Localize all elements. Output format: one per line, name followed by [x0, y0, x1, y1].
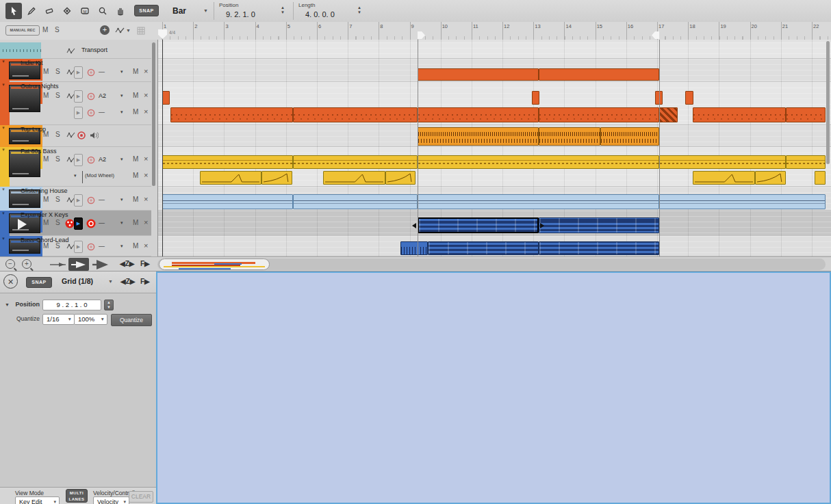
lane-target-value[interactable]: A2: [99, 156, 118, 163]
automation-dropdown-icon[interactable]: ▼: [126, 28, 131, 33]
snap-grid-dropdown-icon[interactable]: ▼: [203, 8, 208, 13]
position-value[interactable]: 9. 2. 1. 0: [226, 10, 255, 18]
clip[interactable]: [162, 91, 170, 105]
editor-grid-dropdown-icon[interactable]: ▼: [108, 279, 113, 284]
clip[interactable]: [293, 155, 418, 169]
arrangement-vscroll-thumb[interactable]: [826, 41, 830, 164]
position-field[interactable]: 9 . 2 . 1 . 0: [42, 300, 101, 310]
clip[interactable]: [755, 171, 786, 185]
manual-rec-button[interactable]: MANUAL REC: [5, 25, 40, 36]
record-enable-icon[interactable]: [77, 131, 86, 140]
sub-lane-mute-button[interactable]: M: [133, 172, 138, 179]
clip[interactable]: [200, 171, 261, 185]
track-solo-button[interactable]: S: [55, 92, 60, 99]
arrangement-ruler[interactable]: 123456789101112131415161718192021224/4: [157, 22, 831, 40]
clip[interactable]: [418, 127, 539, 146]
lane-target-value[interactable]: A2: [99, 92, 118, 99]
track-row-glistening-house[interactable]: ▼Glistening HouseMS▶—▾M×: [0, 187, 151, 211]
folder-arrow-icon[interactable]: ▼: [1, 126, 5, 130]
clip[interactable]: [418, 68, 539, 81]
clip[interactable]: [659, 107, 678, 122]
track-row-indie-kit[interactable]: ▼Indie KitMS▶—▾M×: [0, 59, 151, 82]
lane-delete-button[interactable]: ×: [144, 67, 148, 75]
folder-arrow-icon[interactable]: ▼: [1, 83, 5, 87]
clip[interactable]: [385, 171, 416, 185]
hand-tool[interactable]: [112, 3, 129, 19]
clip[interactable]: [428, 241, 539, 255]
track-mute-button[interactable]: M: [43, 219, 49, 226]
lane-play-button[interactable]: ▶: [74, 241, 83, 253]
clip-left-handle[interactable]: [412, 223, 416, 228]
position-stepper[interactable]: ▲▼: [104, 300, 114, 310]
lane-delete-button[interactable]: ×: [144, 91, 148, 99]
length-stepper[interactable]: ▲▼: [356, 5, 363, 15]
eraser-tool[interactable]: [41, 3, 57, 19]
lane-play-button[interactable]: ▶: [74, 107, 83, 119]
clip[interactable]: [659, 194, 826, 209]
follow-button[interactable]: F▶: [140, 260, 150, 267]
clip[interactable]: [815, 171, 826, 185]
lane-target-value[interactable]: —: [99, 220, 118, 226]
quantize-strength-select[interactable]: 100%▼: [74, 314, 107, 325]
clear-button[interactable]: CLEAR: [129, 491, 153, 503]
track-solo-button[interactable]: S: [55, 68, 60, 75]
lane-target-value[interactable]: —: [99, 109, 118, 116]
lane-play-button[interactable]: ▶: [74, 90, 83, 103]
lane-delete-button[interactable]: ×: [144, 241, 148, 250]
zoom-out-icon[interactable]: −: [5, 259, 15, 269]
automation-icon[interactable]: [115, 27, 125, 34]
zoom-in-icon[interactable]: +: [22, 259, 31, 269]
loop-right-marker[interactable]: [652, 31, 659, 39]
lane-play-button[interactable]: ▶: [74, 66, 83, 79]
lane-mute-button[interactable]: M: [133, 108, 138, 116]
lane-dropdown-icon[interactable]: ▾: [120, 220, 123, 226]
track-solo-button[interactable]: S: [55, 131, 60, 138]
track-height-large-button[interactable]: [92, 259, 111, 270]
track-mute-button[interactable]: M: [43, 68, 49, 75]
track-height-medium-button[interactable]: [68, 258, 89, 271]
clip[interactable]: [693, 107, 786, 122]
record-enable-icon[interactable]: [87, 68, 95, 77]
clip[interactable]: [685, 91, 693, 105]
master-mute-button[interactable]: M: [42, 26, 48, 34]
track-mute-button[interactable]: M: [43, 196, 49, 203]
arrangement-area[interactable]: [157, 40, 831, 256]
record-enable-icon[interactable]: [87, 196, 95, 204]
lane-delete-button[interactable]: ×: [144, 107, 148, 116]
grid-view-icon[interactable]: [137, 27, 145, 35]
track-mute-button[interactable]: M: [43, 242, 49, 250]
lane-dropdown-icon[interactable]: ▾: [120, 157, 123, 162]
folder-arrow-icon[interactable]: ▼: [1, 237, 5, 241]
lane-delete-button[interactable]: ×: [144, 155, 148, 163]
clip[interactable]: [693, 171, 755, 185]
lane-delete-button[interactable]: ×: [144, 195, 148, 203]
zoom-z-button[interactable]: ◀Z▶: [120, 260, 135, 267]
lane-dropdown-icon[interactable]: ▾: [120, 243, 123, 249]
editor-follow-button[interactable]: F▶: [140, 278, 150, 285]
track-row-fat-80s-bass[interactable]: ▼Fat 80s BassMS▶A2▾M×▾(Mod Wheel)M×: [0, 147, 151, 187]
sub-lane-delete-button[interactable]: ×: [144, 171, 148, 179]
record-enable-icon[interactable]: [87, 156, 95, 164]
track-row-bass-chord-lead[interactable]: ▼Bass-Chord-LeadMS▶—▾M×: [0, 236, 151, 256]
position-stepper[interactable]: ▲▼: [279, 5, 286, 15]
lane-dropdown-icon[interactable]: ▾: [120, 197, 123, 202]
clip[interactable]: [400, 241, 428, 255]
record-enable-icon[interactable]: [87, 243, 95, 251]
quantize-resolution-select[interactable]: 1/16▼: [42, 314, 75, 325]
loop-left-marker[interactable]: [418, 31, 425, 39]
clip[interactable]: [539, 217, 659, 233]
clip[interactable]: [600, 127, 659, 146]
view-mode-select[interactable]: Key Edit: [15, 496, 60, 504]
close-editor-button[interactable]: ✕: [3, 274, 18, 289]
select-tool[interactable]: [5, 3, 22, 19]
folder-arrow-icon[interactable]: ▼: [1, 187, 5, 191]
lane-mute-button[interactable]: M: [133, 219, 138, 226]
automation-icon[interactable]: [66, 131, 75, 139]
lane-mute-button[interactable]: M: [133, 155, 138, 163]
lane-play-button[interactable]: ▶: [74, 217, 83, 230]
pencil-tool[interactable]: [23, 3, 40, 19]
lane-mute-button[interactable]: M: [133, 92, 138, 99]
clip[interactable]: [418, 155, 659, 169]
track-solo-button[interactable]: S: [55, 196, 60, 203]
length-value[interactable]: 4. 0. 0. 0: [305, 10, 335, 18]
